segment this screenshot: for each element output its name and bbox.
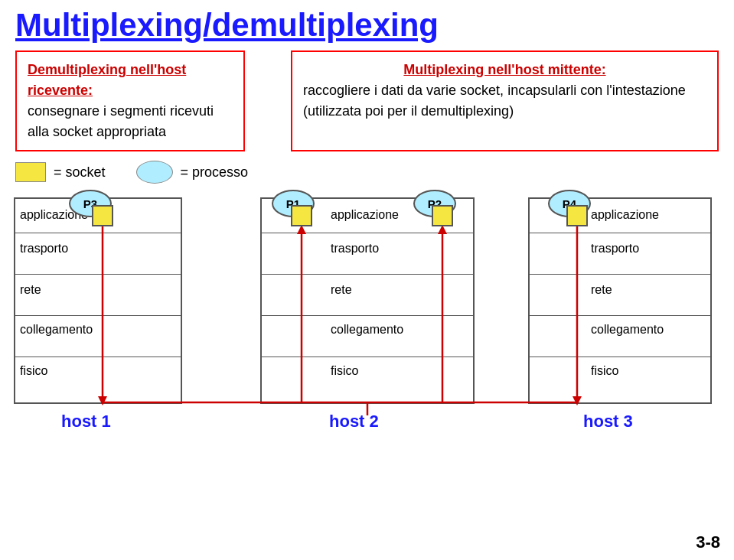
socket-legend: = socket (15, 162, 106, 182)
process-legend: = processo (136, 161, 249, 184)
h2-fisico: fisico (331, 364, 358, 378)
top-section: Demultiplexing nell'host ricevente: cons… (0, 50, 734, 151)
h3-applicazione: applicazione (591, 208, 659, 222)
host3-box: applicazione trasporto rete collegamento… (528, 197, 712, 404)
h3-rete: rete (591, 283, 612, 297)
socket-icon (15, 162, 46, 182)
h3-fisico: fisico (591, 364, 618, 378)
mux-text: raccogliere i dati da varie socket, inca… (303, 80, 706, 122)
host2-label: host 2 (329, 412, 379, 431)
demux-title: Demultiplexing nell'host ricevente: (28, 60, 233, 101)
process-icon (136, 161, 173, 184)
socket-h1 (92, 205, 113, 226)
h1-fisico: fisico (20, 364, 47, 378)
host2-box: applicazione trasporto rete collegamento… (260, 197, 475, 404)
h1-rete: rete (20, 283, 41, 297)
slide-number: 3-8 (696, 532, 720, 552)
socket-h2-left (291, 205, 312, 226)
host3-label: host 3 (583, 412, 633, 431)
h2-trasporto: trasporto (331, 242, 379, 256)
h3-collegamento: collegamento (591, 323, 664, 337)
host1-label: host 1 (61, 412, 111, 431)
h1-collegamento: collegamento (20, 323, 93, 337)
demux-box: Demultiplexing nell'host ricevente: cons… (15, 50, 245, 151)
diagram-area: applicazione trasporto rete collegamento… (0, 190, 734, 450)
host1-box: applicazione trasporto rete collegamento… (14, 197, 182, 404)
h2-rete: rete (331, 283, 352, 297)
mux-title: Multiplexing nell'host mittente: (303, 60, 706, 80)
h1-trasporto: trasporto (20, 242, 68, 256)
legend-row: = socket = processo (0, 155, 734, 184)
socket-label: = socket (54, 164, 106, 181)
mux-box: Multiplexing nell'host mittente: raccogl… (291, 50, 719, 151)
process-label: = processo (181, 164, 249, 181)
socket-h2-right (432, 205, 453, 226)
h2-applicazione: applicazione (331, 208, 399, 222)
page-title: Multiplexing/demultiplexing (0, 0, 734, 47)
h3-trasporto: trasporto (591, 242, 639, 256)
demux-text: consegnare i segmenti ricevuti alla sock… (28, 101, 233, 142)
h2-collegamento: collegamento (331, 323, 403, 337)
socket-h3 (566, 205, 588, 226)
